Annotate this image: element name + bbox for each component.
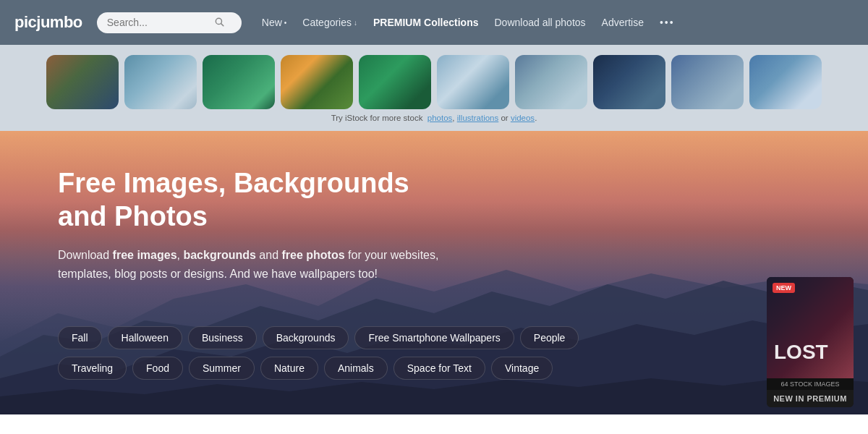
premium-card-title: LOST — [774, 341, 828, 364]
photo-thumb-5[interactable] — [359, 55, 431, 109]
tag-space-for-text[interactable]: Space for Text — [393, 357, 485, 380]
tag-nature[interactable]: Nature — [260, 357, 318, 380]
istock-illustrations-link[interactable]: illustrations — [457, 114, 499, 122]
search-icon — [214, 17, 224, 29]
hero-description: Download free images, backgrounds and fr… — [58, 246, 463, 283]
nav-item-advertise[interactable]: Advertise — [596, 14, 650, 31]
tag-backgrounds[interactable]: Backgrounds — [263, 326, 349, 349]
tag-smartphone-wallpapers[interactable]: Free Smartphone Wallpapers — [354, 326, 514, 349]
tags-row-2: Traveling Food Summer Nature Animals Spa… — [0, 357, 868, 380]
tag-people[interactable]: People — [520, 326, 579, 349]
photo-thumb-7[interactable] — [515, 55, 587, 109]
svg-line-1 — [221, 23, 223, 25]
photo-thumb-8[interactable] — [593, 55, 665, 109]
hero-title: Free Images, Backgrounds and Photos — [58, 167, 463, 233]
photo-strip — [0, 55, 868, 109]
tag-business[interactable]: Business — [188, 326, 257, 349]
tag-fall[interactable]: Fall — [58, 326, 102, 349]
hero-section: Free Images, Backgrounds and Photos Down… — [0, 131, 868, 414]
premium-card[interactable]: NEW LOST 64 STOCK IMAGES NEW IN PREMIUM — [767, 277, 854, 407]
tags-row-1: Fall Halloween Business Backgrounds Free… — [0, 326, 868, 349]
hero-content: Free Images, Backgrounds and Photos Down… — [0, 131, 521, 326]
tag-animals[interactable]: Animals — [324, 357, 388, 380]
new-in-premium-label: NEW IN PREMIUM — [767, 390, 854, 407]
nav-item-categories[interactable]: Categories ↓ — [297, 14, 363, 31]
new-badge: NEW — [773, 283, 795, 293]
hero-bold-free-images: free images — [113, 249, 177, 261]
tag-halloween[interactable]: Halloween — [108, 326, 182, 349]
photo-thumb-4[interactable] — [281, 55, 353, 109]
photo-thumb-1[interactable] — [46, 55, 119, 109]
tag-vintage[interactable]: Vintage — [491, 357, 553, 380]
nav-item-premium[interactable]: PREMIUM Collections — [367, 14, 484, 31]
hero-bold-free-photos: free photos — [282, 249, 345, 261]
istock-photos-link[interactable]: photos — [427, 114, 453, 122]
istock-text: Try iStock for more stock — [331, 114, 423, 122]
search-input[interactable] — [107, 17, 208, 28]
photo-thumb-6[interactable] — [437, 55, 509, 109]
nav-item-more[interactable]: ••• — [654, 14, 681, 31]
istock-bar: Try iStock for more stock photos, illust… — [0, 109, 868, 125]
photo-thumb-10[interactable] — [749, 55, 822, 109]
istock-videos-link[interactable]: videos — [511, 114, 535, 122]
header: picjumbo New • Categories ↓ PREMIUM Coll… — [0, 0, 868, 45]
search-bar[interactable] — [97, 12, 242, 33]
premium-card-image: NEW LOST — [767, 277, 854, 378]
hero-bold-backgrounds: backgrounds — [183, 249, 255, 261]
tag-traveling[interactable]: Traveling — [58, 357, 127, 380]
premium-card-inner: NEW LOST 64 STOCK IMAGES NEW IN PREMIUM — [767, 277, 854, 407]
stock-count: 64 STOCK IMAGES — [767, 378, 854, 390]
main-nav: New • Categories ↓ PREMIUM Collections D… — [256, 14, 854, 31]
nav-item-new[interactable]: New • — [256, 14, 293, 31]
photo-strip-wrapper: Try iStock for more stock photos, illust… — [0, 45, 868, 131]
photo-thumb-3[interactable] — [203, 55, 275, 109]
photo-thumb-2[interactable] — [124, 55, 197, 109]
photo-thumb-9[interactable] — [671, 55, 744, 109]
tag-food[interactable]: Food — [132, 357, 183, 380]
tag-summer[interactable]: Summer — [189, 357, 255, 380]
nav-item-download-all[interactable]: Download all photos — [488, 14, 591, 31]
logo: picjumbo — [14, 13, 82, 32]
